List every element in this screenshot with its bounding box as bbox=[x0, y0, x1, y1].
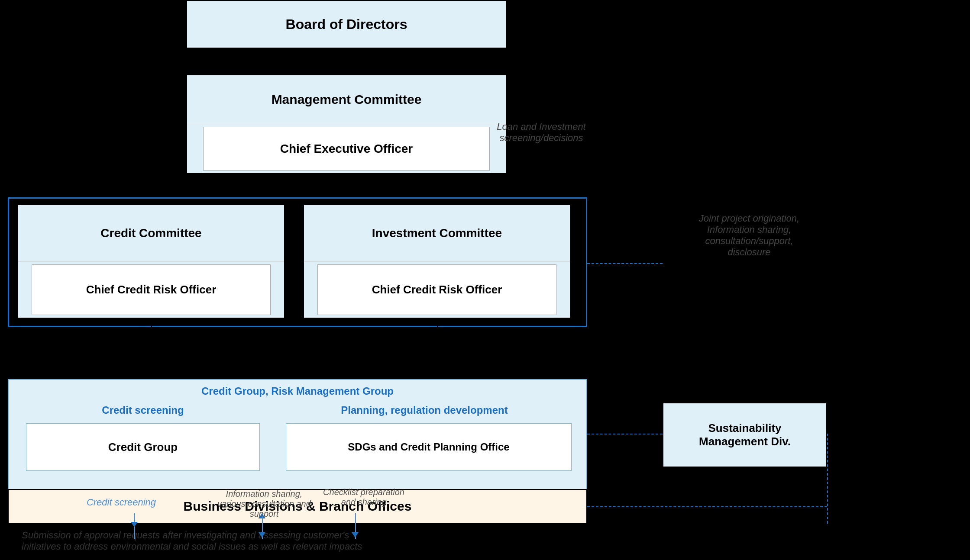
board-label: Board of Directors bbox=[286, 16, 407, 32]
cc-officer-label: Chief Credit Risk Officer bbox=[86, 283, 217, 296]
line-to-group bbox=[294, 353, 295, 379]
sustainability-label: Sustainability Management Div. bbox=[699, 422, 791, 448]
dashed-line-sustainability-business bbox=[587, 506, 827, 507]
credit-screening-sublabel: Credit screening bbox=[30, 404, 255, 416]
line-ic-down bbox=[437, 319, 438, 353]
sdgs-card: SDGs and Credit Planning Office bbox=[286, 423, 572, 471]
line-board-mgmt bbox=[346, 48, 347, 74]
dashed-line-committees-sustainability bbox=[587, 263, 663, 264]
loan-investment-label: Loan and Investment screening/decisions bbox=[468, 121, 615, 144]
credit-group-label: Credit Group bbox=[108, 441, 178, 454]
credit-committee-label: Credit Committee bbox=[100, 226, 201, 240]
arrow-credit-screening bbox=[131, 522, 138, 527]
sustainability-box: Sustainability Management Div. bbox=[663, 402, 827, 467]
group-title: Credit Group, Risk Management Group bbox=[9, 385, 586, 397]
line-mgmt-split bbox=[346, 174, 347, 200]
joint-project-label: Joint project origination, Information s… bbox=[667, 213, 831, 258]
ic-officer-label: Chief Credit Risk Officer bbox=[372, 283, 502, 296]
mgmt-label: Management Committee bbox=[272, 92, 422, 107]
credit-screening-arrow-label: Credit screening bbox=[69, 497, 173, 508]
sdgs-label: SDGs and Credit Planning Office bbox=[348, 441, 509, 453]
investment-committee-label: Investment Committee bbox=[372, 226, 502, 240]
board-box: Board of Directors bbox=[186, 0, 507, 48]
info-sharing-label: Information sharing, various consultatio… bbox=[212, 489, 316, 519]
dashed-line-group-sustainability bbox=[587, 434, 663, 434]
submission-text: Submission of approval requests after in… bbox=[22, 530, 541, 552]
credit-group-card: Credit Group bbox=[26, 423, 260, 471]
credit-committee-box: Credit Committee Chief Credit Risk Offic… bbox=[17, 204, 285, 319]
dashed-line-sustainability-v bbox=[827, 434, 828, 524]
investment-committee-box: Investment Committee Chief Credit Risk O… bbox=[303, 204, 571, 319]
arrow-checklist bbox=[352, 532, 359, 537]
line-cc-down bbox=[151, 319, 152, 353]
arrow-info-down bbox=[259, 532, 265, 537]
ceo-label: Chief Executive Officer bbox=[280, 142, 413, 156]
mgmt-outer-box: Management Committee Chief Executive Off… bbox=[186, 74, 507, 174]
planning-sublabel: Planning, regulation development bbox=[286, 404, 563, 416]
checklist-label: Checklist preparation and sharing bbox=[320, 487, 407, 507]
